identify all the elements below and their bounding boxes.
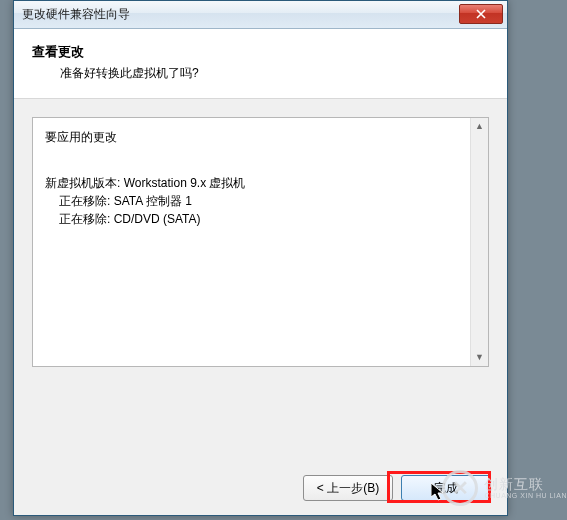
changes-content: 要应用的更改 新虚拟机版本: Workstation 9.x 虚拟机 正在移除:… <box>33 118 470 366</box>
changes-panel: 要应用的更改 新虚拟机版本: Workstation 9.x 虚拟机 正在移除:… <box>32 117 489 367</box>
watermark-text: 创新互联 CHUANG XIN HU LIAN <box>484 477 567 499</box>
remove-line-1: 正在移除: SATA 控制器 1 <box>45 192 458 210</box>
close-icon <box>476 9 486 19</box>
scroll-down-icon: ▼ <box>475 353 484 362</box>
wizard-header: 查看更改 准备好转换此虚拟机了吗? <box>14 29 507 99</box>
back-button[interactable]: < 上一步(B) <box>303 475 393 501</box>
scroll-up-icon: ▲ <box>475 122 484 131</box>
scrollbar[interactable]: ▲ ▼ <box>470 118 488 366</box>
close-button[interactable] <box>459 4 503 24</box>
wizard-body: 要应用的更改 新虚拟机版本: Workstation 9.x 虚拟机 正在移除:… <box>14 99 507 375</box>
watermark-cn: 创新互联 <box>484 477 567 492</box>
watermark-logo: ✕ 创新互联 CHUANG XIN HU LIAN <box>442 468 567 508</box>
remove-line-2: 正在移除: CD/DVD (SATA) <box>45 210 458 228</box>
watermark-pinyin: CHUANG XIN HU LIAN <box>484 492 567 499</box>
title-bar: 更改硬件兼容性向导 <box>14 1 507 29</box>
header-title: 查看更改 <box>32 43 489 61</box>
window-title: 更改硬件兼容性向导 <box>14 6 130 23</box>
changes-label: 要应用的更改 <box>45 128 458 146</box>
wizard-dialog: 更改硬件兼容性向导 查看更改 准备好转换此虚拟机了吗? 要应用的更改 新虚拟机版… <box>13 0 508 516</box>
vm-version-line: 新虚拟机版本: Workstation 9.x 虚拟机 <box>45 174 458 192</box>
header-subtitle: 准备好转换此虚拟机了吗? <box>32 65 489 82</box>
watermark-icon: ✕ <box>442 470 478 506</box>
